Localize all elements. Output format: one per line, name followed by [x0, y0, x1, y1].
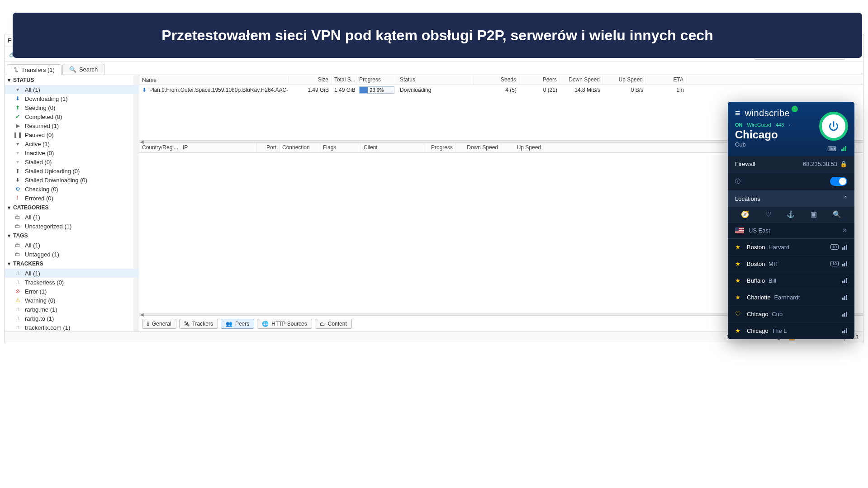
favorite-icon[interactable]: ♡: [735, 310, 741, 317]
network-icon[interactable]: ⌨: [827, 145, 836, 152]
col-status[interactable]: Status: [397, 75, 474, 85]
sidebar-item[interactable]: ⚙ Checking (0): [5, 185, 139, 194]
table-row[interactable]: ⬇ Plan.9.From.Outer.Space.1959.1080p.Blu…: [139, 85, 863, 95]
favorite-icon[interactable]: ★: [735, 327, 741, 334]
sidebar-item[interactable]: ▾ Stalled (0): [5, 157, 139, 166]
server-item[interactable]: ★ Buffalo Bill: [728, 272, 854, 289]
sidebar-item-label: All (1): [25, 270, 40, 277]
pcol-port[interactable]: Port: [257, 143, 280, 152]
power-button[interactable]: [819, 112, 848, 141]
sidebar-item[interactable]: ✔ Completed (0): [5, 112, 139, 121]
dtab-trackers[interactable]: 🛰Trackers: [179, 319, 218, 329]
status-icon: ⬇: [14, 176, 21, 184]
sidebar-item[interactable]: ⎍ trackerfix.com (1): [5, 323, 139, 332]
sidebar-item[interactable]: 🗀 Uncategorized (1): [5, 222, 139, 231]
dtab-peers[interactable]: 👥Peers: [221, 319, 254, 329]
pcol-client[interactable]: Client: [361, 143, 424, 152]
status-icon: 🗀: [14, 213, 21, 221]
col-peers[interactable]: Peers: [519, 75, 560, 85]
sidebar-item[interactable]: ! Errored (0): [5, 194, 139, 203]
pcol-progress[interactable]: Progress: [424, 143, 456, 152]
pcol-flags[interactable]: Flags: [320, 143, 361, 152]
sidebar-item[interactable]: ⚠ Warning (0): [5, 296, 139, 305]
col-down[interactable]: Down Speed: [560, 75, 603, 85]
sidebar-item[interactable]: ⬆ Stalled Uploading (0): [5, 166, 139, 175]
signal-icon: [842, 245, 847, 250]
col-size[interactable]: Size: [289, 75, 332, 85]
dtab-general[interactable]: ℹGeneral: [142, 319, 176, 329]
favorite-icon[interactable]: ★: [735, 277, 741, 284]
static-icon[interactable]: ▣: [811, 210, 817, 218]
server-item[interactable]: ★ Chicago The L: [728, 322, 854, 339]
ws-ip: 68.235.38.53: [803, 161, 837, 167]
server-city: Boston: [747, 244, 765, 251]
close-icon[interactable]: ✕: [842, 227, 847, 234]
server-item[interactable]: ★ Charlotte Earnhardt: [728, 289, 854, 306]
section-header[interactable]: ▾CATEGORIES: [5, 203, 139, 213]
info-icon[interactable]: ⓘ: [735, 178, 740, 185]
pcol-down[interactable]: Down Speed: [456, 143, 501, 152]
section-header[interactable]: ▾TRACKERS: [5, 259, 139, 269]
heart-icon[interactable]: ♡: [765, 210, 771, 218]
sidebar-item[interactable]: ⬆ Seeding (0): [5, 103, 139, 112]
sidebar-item[interactable]: 🗀 Untagged (1): [5, 250, 139, 259]
sidebar-item[interactable]: ▾ Active (1): [5, 139, 139, 148]
sidebar-item[interactable]: ▶ Resumed (1): [5, 121, 139, 130]
torrent-eta: 1m: [646, 86, 687, 94]
hamburger-icon[interactable]: ≡: [735, 108, 740, 118]
sidebar-item[interactable]: ▾ All (1): [5, 85, 139, 94]
chevron-down-icon: ▾: [8, 77, 10, 83]
pcol-country[interactable]: Country/Regi...: [139, 143, 180, 152]
sidebar-item[interactable]: ⎍ All (1): [5, 269, 139, 278]
dtab-http[interactable]: 🌐HTTP Sources: [257, 319, 312, 329]
dtab-content[interactable]: 🗀Content: [315, 319, 352, 329]
ws-protocol: WireGuard: [747, 122, 771, 128]
server-item[interactable]: ★ Boston MIT 10: [728, 256, 854, 272]
tab-search[interactable]: 🔍 Search: [62, 64, 104, 75]
pcol-up[interactable]: Up Speed: [501, 143, 544, 152]
compass-icon[interactable]: 🧭: [741, 210, 749, 218]
ws-port: 443: [776, 122, 784, 128]
torrent-down: 14.8 MiB/s: [560, 86, 603, 94]
ws-region-row[interactable]: US East ✕: [728, 223, 854, 239]
server-city: Chicago: [747, 311, 768, 317]
col-progress[interactable]: Progress: [356, 75, 397, 85]
torrent-status: Downloading: [397, 86, 474, 94]
sidebar-item[interactable]: ⬇ Stalled Downloading (0): [5, 175, 139, 185]
sidebar-item[interactable]: ❚❚ Paused (0): [5, 130, 139, 139]
firewall-toggle[interactable]: [830, 177, 847, 186]
sidebar-item[interactable]: ▾ Inactive (0): [5, 148, 139, 157]
sidebar-item[interactable]: ⎍ rarbg.me (1): [5, 305, 139, 314]
tab-transfers[interactable]: ⇅ Transfers (1): [7, 64, 62, 75]
sidebar-item[interactable]: 🗀 All (1): [5, 241, 139, 250]
torrent-size: 1.49 GiB: [289, 86, 332, 94]
pcol-conn[interactable]: Connection: [280, 143, 320, 152]
search-icon[interactable]: 🔍: [833, 210, 841, 218]
col-up[interactable]: Up Speed: [603, 75, 646, 85]
anchor-icon[interactable]: ⚓: [787, 210, 795, 218]
col-total[interactable]: Total S...: [332, 75, 356, 85]
col-name[interactable]: Name: [139, 75, 289, 85]
sidebar-item[interactable]: ⊘ Error (1): [5, 287, 139, 296]
pcol-ip[interactable]: IP: [180, 143, 257, 152]
status-icon: ⚠: [14, 297, 21, 304]
favorite-icon[interactable]: ★: [735, 260, 741, 267]
section-header[interactable]: ▾TAGS: [5, 231, 139, 241]
section-header[interactable]: ▾STATUS: [5, 75, 139, 85]
server-item[interactable]: ★ Boston Harvard 10: [728, 239, 854, 256]
col-eta[interactable]: ETA: [646, 75, 687, 85]
sidebar-item[interactable]: ⎍ rarbg.to (1): [5, 314, 139, 323]
status-icon: ⬆: [14, 104, 21, 111]
favorite-icon[interactable]: ★: [735, 243, 741, 251]
server-item[interactable]: ♡ Chicago Cub: [728, 306, 854, 322]
favorite-icon[interactable]: ★: [735, 294, 741, 301]
col-seeds[interactable]: Seeds: [474, 75, 519, 85]
status-icon: ▾: [14, 158, 21, 166]
sidebar-item[interactable]: ⎍ Trackerless (0): [5, 278, 139, 287]
sidebar-item[interactable]: ⬇ Downloading (1): [5, 94, 139, 103]
sidebar-item-label: Checking (0): [25, 186, 58, 193]
ws-locations-header[interactable]: Locations ˄: [728, 191, 854, 207]
status-icon: ⚙: [14, 185, 21, 193]
sidebar-item[interactable]: 🗀 All (1): [5, 213, 139, 222]
chevron-right-icon[interactable]: ›: [788, 122, 790, 128]
